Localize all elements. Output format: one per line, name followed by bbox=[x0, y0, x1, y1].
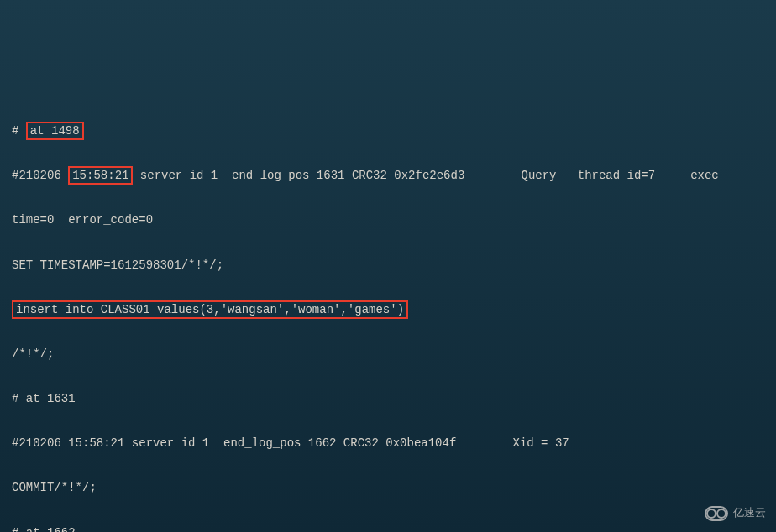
log-text: server id 1 end_log_pos 1631 CRC32 0x2fe… bbox=[133, 169, 726, 182]
log-line: SET TIMESTAMP=1612598301/*!*/; bbox=[12, 254, 764, 277]
highlight-position: at 1498 bbox=[26, 122, 84, 140]
cloud-icon bbox=[705, 506, 728, 521]
log-text: # bbox=[12, 124, 26, 138]
highlight-timestamp: 15:58:21 bbox=[68, 166, 133, 185]
terminal-output: # at 1498 #210206 15:58:21 server id 1 e… bbox=[12, 97, 764, 532]
watermark: 亿速云 bbox=[705, 503, 766, 524]
log-line: /*!*/; bbox=[12, 343, 764, 366]
watermark-text: 亿速云 bbox=[733, 503, 766, 524]
log-line: # at 1631 bbox=[12, 388, 764, 410]
log-line: #210206 15:58:21 server id 1 end_log_pos… bbox=[12, 432, 764, 455]
log-line: COMMIT/*!*/; bbox=[12, 477, 764, 499]
log-line: insert into CLASS01 values(3,'wangsan','… bbox=[12, 299, 764, 321]
log-line: #210206 15:58:21 server id 1 end_log_pos… bbox=[12, 164, 764, 187]
log-line: time=0 error_code=0 bbox=[12, 209, 764, 232]
log-line: # at 1498 bbox=[12, 120, 764, 143]
highlight-sql-insert: insert into CLASS01 values(3,'wangsan','… bbox=[12, 300, 408, 319]
log-line: # at 1662 bbox=[12, 522, 764, 532]
log-text: #210206 bbox=[12, 169, 68, 182]
